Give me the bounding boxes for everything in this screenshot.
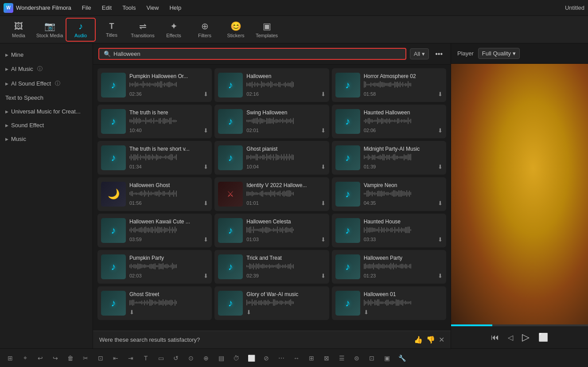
toolbar-stickers[interactable]: 😊 Stickers — [221, 18, 251, 42]
music-download-btn-18[interactable]: ⬇ — [438, 273, 443, 279]
music-download-btn-14[interactable]: ⬇ — [321, 236, 326, 243]
music-card-4[interactable]: ♪ The truth is here 10:40 ⬇ — [97, 105, 212, 138]
menu-view[interactable]: View — [142, 3, 163, 13]
music-download-btn-20[interactable]: ⬇ — [246, 309, 251, 316]
toolbar-effects[interactable]: ✦ Effects — [159, 18, 189, 42]
bottom-btn-15[interactable]: ⋯ — [275, 351, 288, 365]
bottom-btn-12[interactable]: ⏱ — [230, 351, 243, 365]
player-stop-button[interactable]: ⬜ — [538, 332, 548, 342]
bottom-btn-6[interactable]: ⇥ — [124, 351, 137, 365]
sidebar-item-ai-sound[interactable]: ▶ AI Sound Effect ⓘ — [0, 76, 93, 91]
music-card-21[interactable]: ♥ ♪ Halloween 01 ⬇ — [332, 286, 446, 320]
toolbar-media[interactable]: 🖼 Media — [4, 18, 34, 42]
player-timeline[interactable] — [451, 324, 588, 326]
bottom-btn-1[interactable]: ⊞ — [4, 351, 17, 365]
music-card-13[interactable]: ♥ ♪ Halloween Kawaii Cute ... 03:59 ⬇ — [97, 214, 212, 247]
music-card-18[interactable]: ♥ ♪ Halloween Party 01:23 ⬇ — [332, 250, 446, 284]
bottom-btn-10[interactable]: ⊕ — [199, 351, 213, 365]
search-filter-dropdown[interactable]: All ▾ — [410, 48, 429, 59]
sidebar-item-mine[interactable]: ▶ Mine — [0, 48, 93, 62]
bottom-btn-undo[interactable]: ↩ — [34, 351, 47, 365]
music-card-1[interactable]: ♥ ♪ Pumpkin Halloween Or... 02:36 ⬇ — [97, 68, 212, 102]
player-step-back-button[interactable]: ⏮ — [491, 333, 499, 342]
music-download-btn-15[interactable]: ⬇ — [438, 236, 443, 243]
music-download-btn-12[interactable]: ⬇ — [438, 200, 443, 207]
thumbs-down-button[interactable]: 👎 — [426, 336, 435, 344]
bottom-btn-cut[interactable]: ✂ — [79, 351, 92, 365]
search-more-button[interactable]: ••• — [432, 49, 445, 59]
sidebar-item-sound-effect[interactable]: ▶ Sound Effect — [0, 118, 93, 132]
music-download-btn-19[interactable]: ⬇ — [129, 309, 134, 316]
search-input[interactable] — [113, 51, 401, 57]
music-card-7[interactable]: ♪ The truth is here short v... 01:34 ⬇ — [97, 141, 212, 175]
toolbar-transitions[interactable]: ⇌ Transitions — [128, 18, 158, 42]
toolbar-filters[interactable]: ⊕ Filters — [190, 18, 220, 42]
sidebar-item-universal-music[interactable]: ▶ Universal Music for Creat... — [0, 105, 93, 118]
music-download-btn-3[interactable]: ⬇ — [438, 91, 443, 98]
music-download-btn-7[interactable]: ⬇ — [203, 164, 208, 170]
bottom-btn-crop[interactable]: ⊡ — [94, 351, 107, 365]
music-download-btn-6[interactable]: ⬇ — [438, 127, 443, 134]
bottom-btn-2[interactable]: ⌖ — [19, 351, 32, 365]
music-download-btn-21[interactable]: ⬇ — [364, 309, 369, 316]
bottom-btn-18[interactable]: ⊠ — [320, 351, 333, 365]
bottom-btn-20[interactable]: ⊜ — [350, 351, 363, 365]
music-card-12[interactable]: ♥ ♪ Vampire Neon 04:35 ⬇ — [332, 177, 446, 211]
music-download-btn-11[interactable]: ⬇ — [321, 200, 326, 207]
player-quality-dropdown[interactable]: Full Quality ▾ — [478, 48, 520, 59]
bottom-btn-19[interactable]: ☰ — [335, 351, 348, 365]
music-card-17[interactable]: ♥ ♪ Trick and Treat 02:39 ⬇ — [214, 250, 329, 284]
menu-edit[interactable]: Edit — [97, 3, 116, 13]
music-card-6[interactable]: ♥ ♪ Haunted Halloween 02:06 ⬇ — [332, 105, 446, 138]
music-card-20[interactable]: ♪ Glory of War-AI music ⬇ — [214, 286, 329, 320]
bottom-btn-text[interactable]: T — [139, 351, 152, 365]
bottom-btn-14[interactable]: ⊘ — [260, 351, 273, 365]
bottom-btn-redo[interactable]: ↪ — [49, 351, 62, 365]
bottom-btn-5[interactable]: ⇤ — [109, 351, 122, 365]
menu-help[interactable]: Help — [165, 3, 186, 13]
music-download-btn-5[interactable]: ⬇ — [321, 127, 326, 134]
bottom-btn-17[interactable]: ⊞ — [305, 351, 318, 365]
music-card-16[interactable]: ♥ ♪ Pumpkin Party 02:03 ⬇ — [97, 250, 212, 284]
music-download-btn-1[interactable]: ⬇ — [203, 91, 208, 98]
toolbar-titles[interactable]: T Titles — [97, 18, 127, 42]
bottom-btn-13[interactable]: ⬜ — [245, 351, 258, 365]
music-card-3[interactable]: ♪ Horror Atmosphere 02 01:58 ⬇ — [332, 68, 446, 102]
music-download-btn-16[interactable]: ⬇ — [203, 273, 208, 279]
music-download-btn-13[interactable]: ⬇ — [203, 236, 208, 243]
bottom-btn-settings[interactable]: 🔧 — [395, 351, 409, 365]
music-card-5[interactable]: ♥ ♪ Swing Halloween 02:01 ⬇ — [214, 105, 329, 138]
music-card-2[interactable]: ♥ ♪ Halloween 02:16 ⬇ — [214, 68, 329, 102]
bottom-btn-shape[interactable]: ▭ — [154, 351, 167, 365]
toolbar-stock-media[interactable]: 📷 Stock Media — [35, 18, 65, 42]
thumbs-up-button[interactable]: 👍 — [414, 336, 423, 344]
music-card-19[interactable]: ♥ ♪ Ghost Street ⬇ — [97, 286, 212, 320]
music-card-11[interactable]: ⚔ Identity V 2022 Hallowe... 01:01 ⬇ — [214, 177, 329, 211]
menu-file[interactable]: File — [78, 3, 96, 13]
music-card-9[interactable]: ♪ Midnight Party-AI Music 01:39 ⬇ — [332, 141, 446, 175]
feedback-close-button[interactable]: ✕ — [439, 336, 444, 344]
search-input-wrap[interactable]: 🔍 — [98, 48, 406, 60]
sidebar-item-text-to-speech[interactable]: Text to Speech — [0, 91, 93, 105]
bottom-btn-22[interactable]: ▣ — [380, 351, 393, 365]
bottom-btn-16[interactable]: ↔ — [290, 351, 303, 365]
bottom-btn-9[interactable]: ⊙ — [184, 351, 198, 365]
bottom-btn-21[interactable]: ⊡ — [365, 351, 378, 365]
music-download-btn-17[interactable]: ⬇ — [321, 273, 326, 279]
menu-tools[interactable]: Tools — [118, 3, 140, 13]
sidebar-item-ai-music[interactable]: ▶ AI Music ⓘ — [0, 62, 93, 76]
music-download-btn-9[interactable]: ⬇ — [438, 164, 443, 170]
bottom-btn-delete[interactable]: 🗑 — [64, 351, 77, 365]
music-card-10[interactable]: 🌙 Halloween Ghost 01:56 ⬇ — [97, 177, 212, 211]
music-download-btn-10[interactable]: ⬇ — [203, 200, 208, 207]
sidebar-item-music[interactable]: ▶ Music — [0, 132, 93, 146]
music-card-8[interactable]: ♪ Ghost pianist 10:04 ⬇ — [214, 141, 329, 175]
player-play-button[interactable]: ▷ — [522, 332, 530, 343]
music-card-15[interactable]: ♪ Haunted House 03:33 ⬇ — [332, 214, 446, 247]
music-download-btn-2[interactable]: ⬇ — [321, 91, 326, 98]
bottom-btn-11[interactable]: ▤ — [214, 351, 228, 365]
music-download-btn-4[interactable]: ⬇ — [203, 127, 208, 134]
music-download-btn-8[interactable]: ⬇ — [321, 164, 326, 170]
music-card-14[interactable]: ♥ ♪ Halloween Celesta 01:03 ⬇ — [214, 214, 329, 247]
bottom-btn-rotate[interactable]: ↺ — [169, 351, 183, 365]
